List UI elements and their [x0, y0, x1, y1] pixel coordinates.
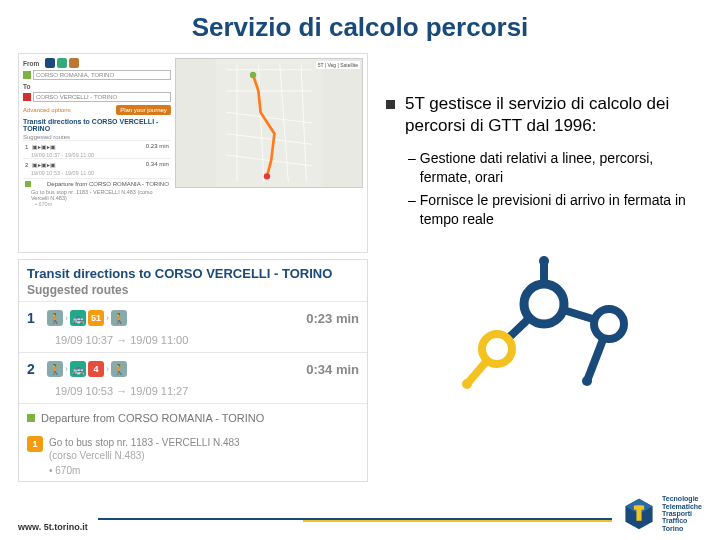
svg-point-9 — [524, 284, 564, 324]
svg-point-13 — [462, 379, 472, 389]
walk-icon: 🚶 — [111, 310, 127, 326]
walk-icon: 🚶 — [111, 361, 127, 377]
step-number-badge: 1 — [27, 436, 43, 452]
line-badge: 4 — [88, 361, 104, 377]
departure-row: Departure from CORSO ROMANIA - TORINO — [19, 403, 367, 432]
bus-icon: 🚌 — [70, 361, 86, 377]
line-badge: 51 — [88, 310, 104, 326]
svg-point-8 — [482, 334, 512, 364]
flag-icon — [27, 414, 35, 422]
footer-logo: Tecnologie Telematiche Trasporti Traffic… — [622, 495, 702, 532]
svg-point-11 — [539, 256, 549, 266]
suggested-routes-label: Suggested routes — [19, 283, 367, 301]
route-row-2: 2 🚶› 🚌 4› 🚶 0:34 min — [19, 352, 367, 385]
network-graphic — [449, 249, 639, 399]
svg-point-10 — [594, 309, 624, 339]
svg-rect-17 — [636, 505, 641, 520]
bus-icon: 🚌 — [70, 310, 86, 326]
routes-detail: Transit directions to CORSO VERCELLI - T… — [18, 259, 368, 482]
walk-icon: 🚶 — [47, 361, 63, 377]
sub-bullet: –Gestione dati relativi a linee, percors… — [408, 149, 702, 187]
left-column: From CORSO ROMANIA, TORINO To CORSO VERC… — [18, 53, 368, 482]
bullet-icon — [386, 100, 395, 109]
footer-divider — [98, 518, 612, 520]
route-row-1: 1 🚶› 🚌 51› 🚶 0:23 min — [19, 301, 367, 334]
main-bullet: 5T gestisce il servizio di calcolo dei p… — [386, 93, 702, 137]
svg-point-1 — [250, 72, 256, 78]
walk-icon: 🚶 — [47, 310, 63, 326]
step-row: 1 Go to bus stop nr. 1183 - VERCELLI N.4… — [19, 432, 367, 481]
footer-url: www. 5t.torino.it — [18, 522, 88, 532]
content-area: From CORSO ROMANIA, TORINO To CORSO VERC… — [0, 53, 720, 482]
slide-title: Servizio di calcolo percorsi — [0, 0, 720, 53]
logo-text: Tecnologie Telematiche Trasporti Traffic… — [662, 495, 702, 532]
right-column: 5T gestisce il servizio di calcolo dei p… — [368, 53, 702, 482]
logo-icon — [622, 497, 656, 531]
routes-title: Transit directions to CORSO VERCELLI - T… — [19, 260, 367, 283]
svg-point-12 — [582, 376, 592, 386]
sub-bullet: –Fornisce le previsioni di arrivo in fer… — [408, 191, 702, 229]
svg-point-2 — [264, 173, 270, 179]
route-planner-screenshot: From CORSO ROMANIA, TORINO To CORSO VERC… — [18, 53, 368, 253]
map-preview: 5T | Veg | Satellite — [175, 58, 363, 188]
footer: www. 5t.torino.it Tecnologie Telematiche… — [0, 495, 720, 532]
